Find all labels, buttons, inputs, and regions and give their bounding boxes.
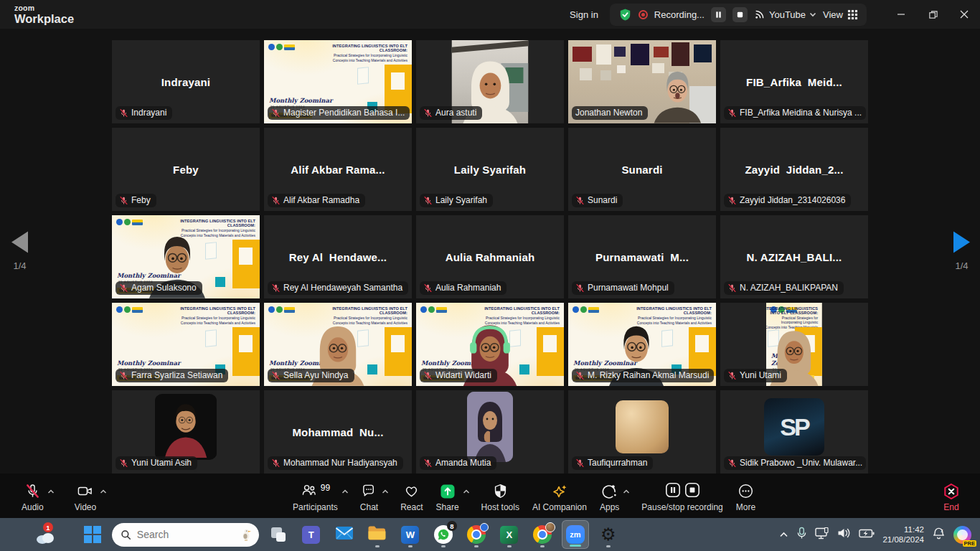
slide-subtitle: Practical Strategies for Incorporating L… xyxy=(320,53,407,57)
share-button[interactable]: Share xyxy=(435,480,461,512)
folder-icon xyxy=(367,525,387,544)
participant-label-text: Agam Sulaksono xyxy=(131,283,197,293)
participant-tile[interactable]: Taufiqurrahman xyxy=(568,390,716,474)
participant-tile[interactable]: SunardiSunardi xyxy=(568,128,716,211)
participant-tile[interactable]: Amanda Mutia xyxy=(416,390,564,474)
participant-tile[interactable]: Mohammad Nu...Mohammad Nur Hadiyansyah xyxy=(264,390,412,474)
settings-app-icon[interactable]: ⚙ xyxy=(595,520,622,549)
react-button[interactable]: React xyxy=(399,480,424,512)
participant-tile[interactable]: Alif Akbar Rama...Alif Akbar Ramadha xyxy=(264,128,412,211)
participant-tile[interactable]: IndrayaniIndrayani xyxy=(112,40,260,123)
mic-muted-icon xyxy=(271,371,281,380)
whatsapp-app-icon[interactable]: 8 xyxy=(430,520,457,549)
participant-tile[interactable]: FIB_Arfika Meid...FIB_Arfika Meidina & N… xyxy=(720,40,868,123)
participant-tile[interactable]: N. AZIZAH_BALI...N. AZIZAH_BALIKPAPAN xyxy=(720,215,868,298)
ai-sparkle-icon xyxy=(551,483,568,500)
chat-button[interactable]: Chat xyxy=(359,480,380,512)
windows-logo-icon xyxy=(84,526,101,543)
chrome-profile-app-icon[interactable] xyxy=(529,520,556,549)
stop-recording-icon xyxy=(684,481,701,501)
participant-name-label: Laily Syarifah xyxy=(420,194,493,207)
participant-tile[interactable]: INTEGRATING LINGUISTICS INTO ELT CLASSRO… xyxy=(112,215,260,298)
tray-battery-icon[interactable] xyxy=(859,528,875,541)
clock[interactable]: 11:42 21/08/2024 xyxy=(882,524,924,545)
participant-tile[interactable]: Aura astuti xyxy=(416,40,564,123)
tray-expand-chevron[interactable] xyxy=(779,528,788,541)
pause-stop-recording-button[interactable]: Pause/stop recording xyxy=(640,480,724,512)
share-options-chevron[interactable] xyxy=(461,480,470,496)
copilot-icon[interactable]: PRE xyxy=(953,526,971,544)
participant-tile[interactable]: Yuni Utami Asih xyxy=(112,390,260,474)
sign-in-button[interactable]: Sign in xyxy=(570,9,598,20)
participant-video-person xyxy=(645,63,710,123)
mail-app-icon[interactable] xyxy=(331,520,358,549)
participant-tile[interactable]: FebyFeby xyxy=(112,128,260,211)
participant-name-label: Sunardi xyxy=(572,194,623,207)
restore-button[interactable] xyxy=(917,0,948,29)
participant-tile[interactable]: Jonathan Newton xyxy=(568,40,716,123)
participant-name-label: Mohammad Nur Hadiyansyah xyxy=(268,456,403,470)
tray-mic-icon[interactable] xyxy=(796,527,807,542)
tray-volume-icon[interactable] xyxy=(837,527,851,542)
zoom-app-icon[interactable]: zm xyxy=(562,520,589,549)
participant-tile[interactable]: Rey Al Hendawe...Rey Al Hendaweyah Saman… xyxy=(264,215,412,298)
start-button[interactable] xyxy=(79,520,106,549)
mic-muted-icon xyxy=(24,483,41,500)
logo-zoom-text: zoom xyxy=(14,4,74,12)
chrome-app-icon[interactable] xyxy=(463,520,490,549)
participant-tile[interactable]: Laily SyarifahLaily Syarifah xyxy=(416,128,564,211)
file-explorer-icon[interactable] xyxy=(364,520,391,549)
security-shield-icon[interactable] xyxy=(618,8,632,22)
more-button[interactable]: More xyxy=(735,480,757,512)
next-page-button[interactable]: 1/4 xyxy=(953,232,970,271)
taskbar-search[interactable] xyxy=(112,523,259,547)
word-app-icon[interactable]: W xyxy=(397,520,424,549)
previous-page-button[interactable]: 1/4 xyxy=(11,232,28,271)
end-meeting-button[interactable]: End xyxy=(941,480,961,512)
minimize-button[interactable] xyxy=(885,0,917,29)
mic-muted-icon xyxy=(423,458,433,468)
host-tools-button[interactable]: Host tools xyxy=(480,480,521,512)
task-view-button[interactable] xyxy=(265,520,292,549)
audio-button[interactable]: Audio xyxy=(20,480,45,512)
participants-button[interactable]: 99 Participants xyxy=(291,480,339,512)
close-button[interactable] xyxy=(948,0,980,29)
live-stream-menu[interactable]: YouTube xyxy=(754,9,816,20)
stop-recording-button[interactable] xyxy=(732,7,748,22)
participant-tile[interactable]: SPSidik Prabowo _Univ. Mulawar... xyxy=(720,390,868,474)
weather-widget[interactable]: 1 xyxy=(34,524,59,545)
apps-options-chevron[interactable] xyxy=(621,480,630,496)
pause-recording-button[interactable] xyxy=(711,7,726,22)
avatar-initials: SP xyxy=(780,413,808,441)
chat-options-chevron[interactable] xyxy=(380,480,389,496)
notification-badge: 1 xyxy=(43,522,53,532)
ai-companion-button[interactable]: AI Companion xyxy=(531,480,588,512)
participant-tile[interactable]: Aulia RahmaniahAulia Rahmaniah xyxy=(416,215,564,298)
participant-tile[interactable]: INTEGRATING LINGUISTICS INTO ELT CLASSRO… xyxy=(264,303,412,386)
participant-tile[interactable]: INTEGRATING LINGUISTICS INTO ELT CLASSRO… xyxy=(264,40,412,123)
participant-tile[interactable]: INTEGRATING LINGUISTICS INTO ELT CLASSRO… xyxy=(720,303,868,386)
apps-button[interactable]: Apps xyxy=(598,480,621,512)
video-options-chevron[interactable] xyxy=(98,480,107,496)
recording-control: Pause/stop recording xyxy=(640,480,724,512)
audio-options-chevron[interactable] xyxy=(45,480,55,496)
avatar-photo xyxy=(155,394,217,460)
search-input[interactable] xyxy=(137,529,222,540)
video-button[interactable]: Video xyxy=(73,480,98,512)
participant-tile[interactable]: INTEGRATING LINGUISTICS INTO ELT CLASSRO… xyxy=(416,303,564,386)
notification-bell-icon[interactable]: z xyxy=(932,527,946,543)
participant-avatar xyxy=(467,392,513,462)
participant-tile[interactable]: INTEGRATING LINGUISTICS INTO ELT CLASSRO… xyxy=(112,303,260,386)
excel-app-icon[interactable]: X xyxy=(496,520,523,549)
participant-tile[interactable]: INTEGRATING LINGUISTICS INTO ELT CLASSRO… xyxy=(568,303,716,386)
tray-display-icon[interactable] xyxy=(815,527,829,542)
participants-options-chevron[interactable] xyxy=(339,480,349,496)
participant-label-text: Zayyid Jiddan_2314026036 xyxy=(740,195,845,205)
participant-tile[interactable]: Zayyid Jiddan_2...Zayyid Jiddan_23140260… xyxy=(720,128,868,211)
participant-name-label: Magister Pendidikan Bahasa I... xyxy=(268,106,410,120)
seminar-logos xyxy=(268,306,295,313)
teams-app-icon[interactable]: T xyxy=(298,520,325,549)
end-call-icon xyxy=(943,483,960,500)
view-button[interactable]: View xyxy=(823,9,858,20)
participant-tile[interactable]: Purnamawati M...Purnamawati Mohpul xyxy=(568,215,716,298)
